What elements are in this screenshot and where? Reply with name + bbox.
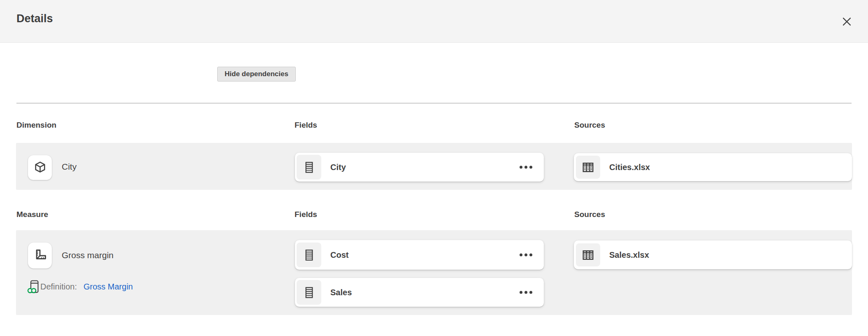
table-icon xyxy=(576,243,600,266)
definition-link[interactable]: Gross Margin xyxy=(84,282,133,292)
field-card-label: Cost xyxy=(330,250,348,260)
dimension-item-name: City xyxy=(62,162,77,172)
section-divider xyxy=(16,103,852,103)
dimension-section-header: Dimension xyxy=(16,121,56,130)
field-card-label: City xyxy=(330,163,346,172)
field-card-label: Sales xyxy=(330,288,352,297)
field-card-cost[interactable]: Cost xyxy=(295,240,544,270)
table-icon xyxy=(576,156,600,179)
source-card-label: Cities.xlsx xyxy=(609,163,650,172)
cube-icon xyxy=(32,160,48,175)
ellipsis-icon[interactable] xyxy=(517,250,535,260)
field-rows-icon xyxy=(297,280,321,305)
dialog-title: Details xyxy=(16,12,53,25)
source-card-sales[interactable]: Sales.xlsx xyxy=(574,240,852,269)
measure-section-header: Measure xyxy=(16,210,48,219)
hide-dependencies-button[interactable]: Hide dependencies xyxy=(217,67,296,82)
measure-item-name: Gross margin xyxy=(62,250,114,260)
field-card-city[interactable]: City xyxy=(295,153,544,182)
linked-master-item-icon xyxy=(27,280,39,294)
dialog-header: Details xyxy=(0,0,868,43)
measure-item-tile xyxy=(28,243,52,268)
dimension-sources-header: Sources xyxy=(574,121,605,130)
measure-sources-header: Sources xyxy=(574,210,605,219)
ellipsis-icon[interactable] xyxy=(517,163,535,172)
source-card-label: Sales.xlsx xyxy=(609,250,649,260)
field-rows-icon xyxy=(297,155,321,180)
definition-row: Definition: Gross Margin xyxy=(27,280,133,294)
field-card-sales[interactable]: Sales xyxy=(295,278,544,307)
source-card-cities[interactable]: Cities.xlsx xyxy=(574,153,852,181)
dimension-item-tile xyxy=(28,155,52,180)
dimension-fields-header: Fields xyxy=(295,121,317,130)
definition-label: Definition: xyxy=(40,282,77,292)
ellipsis-icon[interactable] xyxy=(517,288,535,297)
close-icon xyxy=(841,16,852,27)
measure-fields-header: Fields xyxy=(295,210,317,219)
close-button[interactable] xyxy=(839,14,854,29)
ruler-square-icon xyxy=(32,248,48,264)
field-rows-icon xyxy=(297,243,321,267)
